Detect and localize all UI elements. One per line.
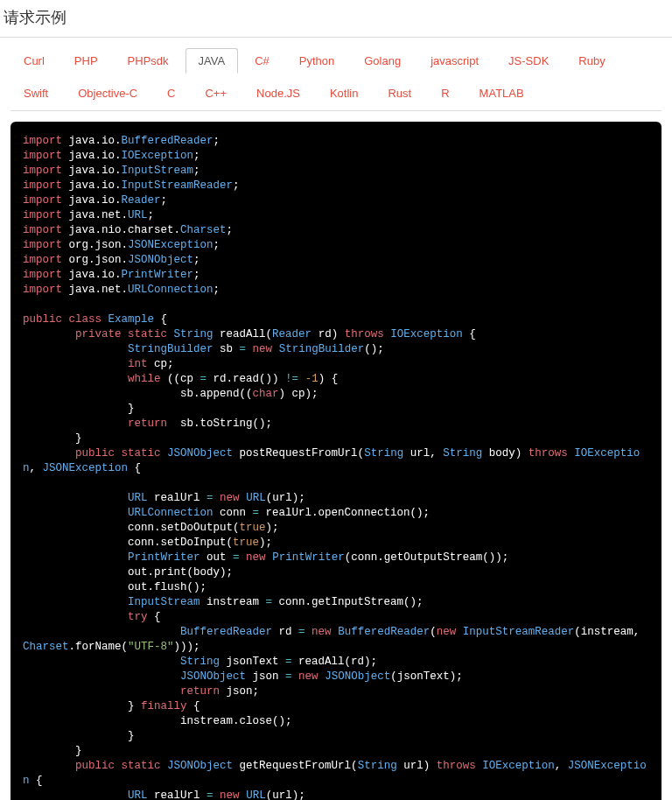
tab-c#[interactable]: C# <box>242 48 283 74</box>
code-example: import java.io.BufferedReader; import ja… <box>10 122 662 800</box>
tab-matlab[interactable]: MATLAB <box>466 81 537 106</box>
tab-c[interactable]: C <box>154 81 188 106</box>
tab-c++[interactable]: C++ <box>192 81 240 106</box>
tab-swift[interactable]: Swift <box>10 81 61 106</box>
tab-java[interactable]: JAVA <box>186 48 239 74</box>
language-tabs: CurlPHPPHPsdkJAVAC#PythonGolangjavascrip… <box>0 37 672 111</box>
tab-golang[interactable]: Golang <box>351 48 414 74</box>
tab-python[interactable]: Python <box>286 48 347 74</box>
tab-curl[interactable]: Curl <box>10 48 58 74</box>
tab-objective-c[interactable]: Objective-C <box>65 81 150 106</box>
tab-javascript[interactable]: javascript <box>417 48 492 74</box>
section-title: 请求示例 <box>0 0 672 37</box>
tab-kotlin[interactable]: Kotlin <box>317 81 372 106</box>
tab-node.js[interactable]: Node.JS <box>243 81 313 106</box>
tab-js-sdk[interactable]: JS-SDK <box>495 48 562 74</box>
tab-r[interactable]: R <box>428 81 462 106</box>
tab-php[interactable]: PHP <box>61 48 111 74</box>
tab-phpsdk[interactable]: PHPsdk <box>115 48 182 74</box>
tab-rust[interactable]: Rust <box>374 81 424 106</box>
tab-ruby[interactable]: Ruby <box>565 48 618 74</box>
